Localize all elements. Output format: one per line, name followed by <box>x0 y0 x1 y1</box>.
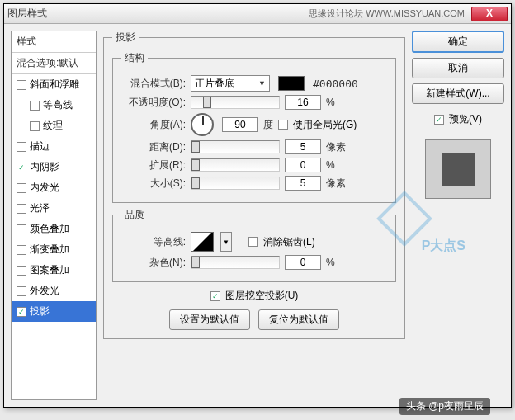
style-label: 图案叠加 <box>30 263 69 277</box>
style-item[interactable]: 描边 <box>12 136 96 157</box>
blend-mode-label: 混合模式(B): <box>121 77 186 91</box>
shadow-group: 投影 结构 混合模式(B): 正片叠底 #000000 不透明度(O): % <box>103 31 405 339</box>
contour-picker[interactable] <box>191 232 214 252</box>
style-label: 斜面和浮雕 <box>30 78 79 92</box>
right-panel: 确定 取消 新建样式(W)... ✓ 预览(V) <box>412 31 504 400</box>
distance-label: 距离(D): <box>121 140 186 154</box>
angle-dial[interactable] <box>191 113 214 136</box>
size-label: 大小(S): <box>121 177 186 191</box>
global-light-checkbox[interactable] <box>278 120 288 130</box>
close-button[interactable]: X <box>471 7 508 21</box>
style-label: 光泽 <box>30 201 50 215</box>
titlebar: 图层样式 思缘设计论坛 WWW.MISSYUAN.COM X <box>4 4 511 24</box>
spread-slider[interactable] <box>191 158 280 172</box>
noise-input[interactable] <box>285 255 321 270</box>
preview-checkbox[interactable]: ✓ <box>434 115 444 125</box>
knockout-checkbox[interactable]: ✓ <box>210 291 220 301</box>
style-item[interactable]: ✓投影 <box>12 301 96 322</box>
styles-header[interactable]: 样式 <box>12 31 96 53</box>
style-label: 纹理 <box>43 119 63 133</box>
style-label: 内发光 <box>30 181 59 195</box>
reset-default-button[interactable]: 复位为默认值 <box>258 309 339 330</box>
contour-label: 等高线: <box>121 235 186 249</box>
global-light-label: 使用全局光(G) <box>293 118 357 132</box>
forum-text: 思缘设计论坛 WWW.MISSYUAN.COM <box>309 7 465 20</box>
shadow-legend: 投影 <box>112 31 139 45</box>
style-label: 外发光 <box>30 284 59 298</box>
size-unit: 像素 <box>326 177 346 191</box>
knockout-label: 图层挖空投影(U) <box>225 289 299 303</box>
style-checkbox[interactable] <box>30 101 40 111</box>
style-checkbox[interactable] <box>17 142 26 152</box>
style-item[interactable]: 外发光 <box>12 281 96 301</box>
color-swatch[interactable] <box>278 76 305 91</box>
style-label: 内阴影 <box>30 160 59 174</box>
opacity-input[interactable] <box>285 95 321 110</box>
size-slider[interactable] <box>191 177 280 190</box>
style-item[interactable]: 等高线 <box>12 95 96 116</box>
preview-box <box>425 139 491 199</box>
style-item[interactable]: 内发光 <box>12 177 96 198</box>
style-checkbox[interactable]: ✓ <box>17 163 26 172</box>
style-label: 等高线 <box>43 98 73 112</box>
styles-panel: 样式 混合选项:默认 斜面和浮雕等高线纹理描边✓内阴影内发光光泽颜色叠加渐变叠加… <box>11 31 97 400</box>
style-checkbox[interactable] <box>17 224 26 234</box>
style-checkbox[interactable] <box>17 183 26 193</box>
opacity-slider[interactable] <box>191 96 280 109</box>
color-hex: #000000 <box>313 78 358 90</box>
spread-label: 扩展(R): <box>121 158 186 172</box>
blend-mode-combo[interactable]: 正片叠底 <box>191 75 270 92</box>
style-item[interactable]: 图案叠加 <box>12 260 96 281</box>
distance-input[interactable] <box>285 139 321 154</box>
size-input[interactable] <box>285 176 321 191</box>
style-checkbox[interactable] <box>17 266 26 276</box>
opacity-label: 不透明度(O): <box>121 96 186 110</box>
layer-style-dialog: 图层样式 思缘设计论坛 WWW.MISSYUAN.COM X 样式 混合选项:默… <box>3 3 512 408</box>
style-checkbox[interactable] <box>30 121 40 131</box>
noise-label: 杂色(N): <box>121 256 186 270</box>
spread-unit: % <box>326 159 335 171</box>
style-item[interactable]: 渐变叠加 <box>12 239 96 260</box>
antialias-label: 消除锯齿(L) <box>263 235 315 249</box>
cancel-button[interactable]: 取消 <box>412 58 504 78</box>
style-checkbox[interactable] <box>17 80 26 90</box>
style-label: 投影 <box>30 304 50 319</box>
dialog-title: 图层样式 <box>7 7 309 21</box>
quality-legend: 品质 <box>121 208 148 222</box>
opacity-unit: % <box>326 97 335 108</box>
style-checkbox[interactable]: ✓ <box>17 307 26 317</box>
noise-slider[interactable] <box>191 256 280 269</box>
antialias-checkbox[interactable] <box>248 237 258 247</box>
style-checkbox[interactable] <box>17 204 26 214</box>
noise-unit: % <box>326 257 335 268</box>
ok-button[interactable]: 确定 <box>412 31 504 53</box>
style-item[interactable]: 斜面和浮雕 <box>12 74 96 95</box>
new-style-button[interactable]: 新建样式(W)... <box>412 83 504 104</box>
footer-watermark: 头条 @p夜雨星辰 <box>399 398 490 415</box>
distance-unit: 像素 <box>326 140 346 154</box>
style-label: 颜色叠加 <box>30 222 69 236</box>
style-checkbox[interactable] <box>17 286 26 296</box>
style-item[interactable]: 纹理 <box>12 116 96 136</box>
structure-group: 结构 混合模式(B): 正片叠底 #000000 不透明度(O): % <box>112 51 396 203</box>
contour-dropdown[interactable]: ▼ <box>220 232 232 252</box>
spread-input[interactable] <box>285 158 321 172</box>
distance-slider[interactable] <box>191 140 280 153</box>
set-default-button[interactable]: 设置为默认值 <box>169 309 250 330</box>
style-checkbox[interactable] <box>17 245 26 255</box>
blend-options-default[interactable]: 混合选项:默认 <box>12 53 96 74</box>
angle-unit: 度 <box>263 118 273 132</box>
style-item[interactable]: 光泽 <box>12 198 96 219</box>
style-item[interactable]: ✓内阴影 <box>12 157 96 177</box>
structure-legend: 结构 <box>121 51 148 65</box>
preview-label: 预览(V) <box>449 112 482 126</box>
style-item[interactable]: 颜色叠加 <box>12 219 96 239</box>
quality-group: 品质 等高线: ▼ 消除锯齿(L) 杂色(N): % <box>112 208 396 282</box>
angle-input[interactable] <box>222 117 258 132</box>
angle-label: 角度(A): <box>121 118 186 132</box>
style-label: 描边 <box>30 139 50 153</box>
style-label: 渐变叠加 <box>30 243 69 257</box>
